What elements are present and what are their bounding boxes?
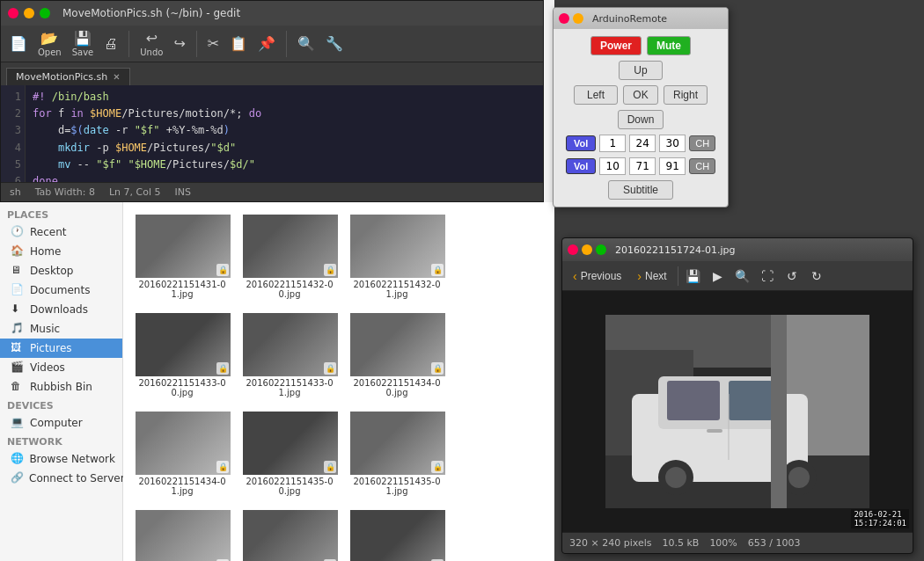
right-button[interactable]: Right — [664, 85, 708, 105]
svg-rect-14 — [707, 429, 722, 433]
list-item[interactable]: 🔒 20160221151434-00.jpg — [345, 308, 449, 403]
cut-button[interactable]: ✂ — [204, 33, 223, 54]
imgview-toolbar: ‹ Previous › Next 💾 ▶ 🔍 ⛶ ↺ ↻ — [562, 261, 913, 291]
imgview-max-btn[interactable] — [596, 244, 606, 255]
list-item[interactable]: 🔒 20160221151433-01.jpg — [238, 308, 341, 403]
copy-button[interactable]: 📋 — [226, 33, 251, 54]
sidebar-item-downloads[interactable]: ⬇ Downloads — [0, 300, 122, 319]
sidebar-item-videos[interactable]: 🎬 Videos — [0, 358, 122, 377]
save-as-button[interactable]: 💾 — [682, 265, 705, 288]
file-tab[interactable]: MoveMotionPics.sh ✕ — [6, 68, 130, 85]
thumbnail-image: 🔒 — [350, 215, 445, 278]
list-item[interactable]: 🔒 20160221151721-00.jpg — [130, 505, 234, 561]
sidebar-item-home[interactable]: 🏠 Home — [0, 242, 122, 261]
sidebar-item-pictures[interactable]: 🖼 Pictures — [0, 339, 122, 358]
toolbar-separator-2 — [196, 31, 197, 57]
ch-button-1[interactable]: CH — [689, 135, 715, 151]
down-button[interactable]: Down — [618, 110, 664, 129]
code-line-5: mkdir -p $HOME/Pictures/"$d" — [33, 140, 536, 157]
thumbnail-grid[interactable]: 🔒 20160221151431-01.jpg 🔒 20160221151432… — [123, 202, 554, 561]
up-button[interactable]: Up — [619, 61, 663, 80]
sidebar-item-music[interactable]: 🎵 Music — [0, 319, 122, 339]
imgview-close-btn[interactable] — [568, 244, 578, 255]
ch-button-2[interactable]: CH — [689, 158, 715, 174]
imgview-min-btn[interactable] — [582, 244, 592, 255]
list-item[interactable]: 🔒 20160221151435-01.jpg — [345, 406, 449, 501]
redo-button[interactable]: ↪ — [170, 33, 188, 54]
close-btn[interactable] — [8, 8, 18, 18]
maximize-btn[interactable] — [40, 8, 50, 18]
sidebar-item-documents[interactable]: 📄 Documents — [0, 280, 122, 300]
list-item[interactable]: 🔒 20160221151721-01.jpg — [238, 505, 341, 561]
code-editor[interactable]: 1234567 #! /bin/bash for f in $HOME/Pict… — [1, 85, 543, 182]
next-button[interactable]: › Next — [630, 266, 673, 286]
rotate-ccw-button[interactable]: ↺ — [781, 265, 803, 288]
prev-arrow-icon: ‹ — [573, 269, 577, 283]
sidebar-label-pictures: Pictures — [30, 342, 72, 354]
sidebar-item-browse-network[interactable]: 🌐 Browse Network — [0, 449, 122, 469]
arduino-titlebar: ArduinoRemote — [554, 8, 728, 29]
code-content[interactable]: #! /bin/bash for f in $HOME/Pictures/mot… — [26, 85, 543, 182]
fullscreen-button[interactable]: ⛶ — [756, 265, 779, 288]
vol-button-2[interactable]: Vol — [566, 158, 596, 174]
vol-button-1[interactable]: Vol — [566, 135, 596, 151]
thumbnail-label: 20160221151432-01.jpg — [350, 280, 444, 299]
car-image — [605, 315, 869, 508]
lock-icon: 🔒 — [324, 362, 336, 375]
imgview-statusbar: 320 × 240 pixels 10.5 kB 100% 653 / 1003 — [562, 532, 913, 553]
network-section-label: Network — [0, 433, 122, 449]
sidebar-label-downloads: Downloads — [30, 303, 88, 316]
minimize-btn[interactable] — [24, 8, 34, 18]
list-item[interactable]: 🔒 20160221151431-01.jpg — [130, 209, 234, 304]
lock-icon: 🔒 — [216, 461, 229, 473]
arduino-min-btn[interactable] — [573, 13, 583, 24]
window-title: MoveMotionPics.sh (~/bin) - gedit — [62, 7, 240, 19]
mute-button[interactable]: Mute — [647, 36, 691, 55]
subtitle-button[interactable]: Subtitle — [608, 180, 673, 200]
thumbnail-image: 🔒 — [136, 412, 231, 475]
sidebar-item-computer[interactable]: 💻 Computer — [0, 413, 122, 433]
lock-icon: 🔒 — [324, 264, 336, 276]
sidebar-item-desktop[interactable]: 🖥 Desktop — [0, 261, 122, 280]
ok-button[interactable]: OK — [623, 85, 658, 105]
open-button[interactable]: 📂 Open — [34, 28, 65, 59]
arduino-close-btn[interactable] — [559, 13, 569, 24]
sidebar-item-rubbish[interactable]: 🗑 Rubbish Bin — [0, 377, 122, 397]
list-item[interactable]: 🔒 20160221151432-00.jpg — [238, 209, 341, 304]
gedit-toolbar: 📄 📂 Open 💾 Save 🖨 ↩ Undo ↪ — [1, 26, 543, 62]
home-icon: 🏠 — [11, 244, 25, 259]
sidebar-label-rubbish: Rubbish Bin — [30, 381, 92, 393]
rubbish-icon: 🗑 — [11, 380, 25, 394]
sidebar-label-desktop: Desktop — [30, 265, 74, 277]
paste-button[interactable]: 📌 — [254, 33, 279, 54]
arduino-title: ArduinoRemote — [592, 13, 667, 25]
list-item[interactable]: 🔒 20160221151432-01.jpg — [345, 209, 449, 304]
new-button[interactable]: 📄 — [6, 33, 31, 54]
sidebar-item-recent[interactable]: 🕐 Recent — [0, 222, 122, 242]
recent-icon: 🕐 — [11, 225, 25, 239]
power-button[interactable]: Power — [590, 36, 642, 55]
music-icon: 🎵 — [11, 322, 25, 336]
find-button[interactable]: 🔍 — [294, 33, 319, 54]
svg-rect-7 — [667, 381, 720, 420]
places-section-label: Places — [0, 206, 122, 222]
list-item[interactable]: 🔒 20160221151435-00.jpg — [238, 406, 341, 501]
tab-close-icon[interactable]: ✕ — [113, 72, 120, 82]
sidebar-item-connect-server[interactable]: 🔗 Connect to Server — [0, 469, 122, 488]
tools-button[interactable]: 🔧 — [322, 33, 347, 54]
rotate-cw-button[interactable]: ↻ — [805, 265, 828, 288]
list-item[interactable]: 🔒 20160221151433-00.jpg — [130, 308, 234, 403]
list-item[interactable]: 🔒 20160221151434-01.jpg — [130, 406, 234, 501]
code-line-6: mv -- "$f" "$HOME/Pictures/$d/" — [33, 157, 536, 173]
undo-button[interactable]: ↩ Undo — [136, 28, 166, 59]
list-item[interactable]: 🔒 20160221151722-00.jpg — [345, 505, 449, 561]
left-button[interactable]: Left — [574, 85, 618, 105]
downloads-icon: ⬇ — [11, 302, 25, 317]
print-button[interactable]: 🖨 — [100, 33, 121, 54]
previous-button[interactable]: ‹ Previous — [566, 266, 628, 286]
zoom-out-button[interactable]: 🔍 — [731, 265, 754, 288]
save-button[interactable]: 💾 Save — [69, 28, 98, 59]
image-dimensions: 320 × 240 pixels — [569, 537, 651, 549]
slideshow-button[interactable]: ▶ — [707, 265, 730, 288]
thumbnail-image: 🔒 — [243, 510, 338, 561]
